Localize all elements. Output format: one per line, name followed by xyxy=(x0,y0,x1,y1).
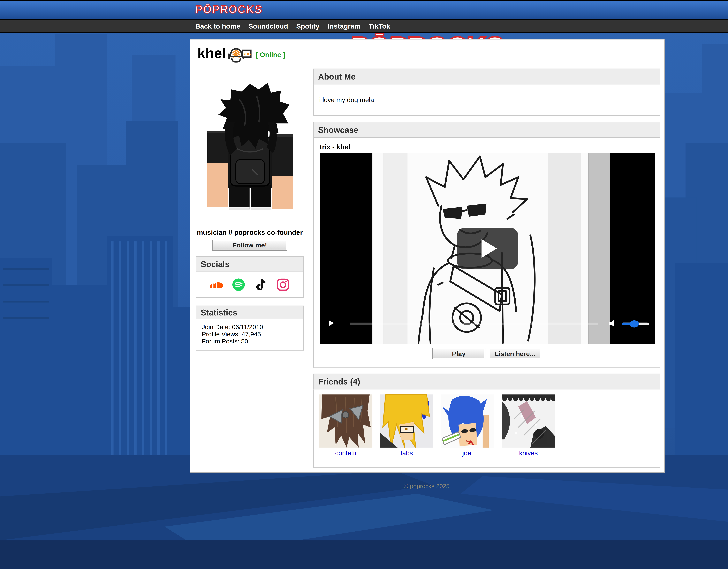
instagram-icon[interactable] xyxy=(277,278,290,291)
listen-here-button[interactable]: Listen here... xyxy=(489,348,541,359)
friend-link-knives[interactable]: knives xyxy=(519,449,538,457)
soundcloud-icon[interactable] xyxy=(210,278,223,291)
follow-button[interactable]: Follow me! xyxy=(212,240,287,251)
about-text: i love my dog mela xyxy=(313,84,660,116)
friends-body: confetti f xyxy=(313,389,660,468)
socials-icons-row xyxy=(196,272,304,298)
footer-copyright: © poprocks 2025 xyxy=(0,483,728,489)
player-volume-slider[interactable] xyxy=(622,323,649,325)
friend-link-confetti[interactable]: confetti xyxy=(335,449,356,457)
about-header: About Me xyxy=(313,69,660,84)
tiktok-icon[interactable] xyxy=(254,278,267,291)
nav-soundcloud[interactable]: Soundcloud xyxy=(248,22,288,30)
stat-profile-views: Profile Views: 47,945 xyxy=(202,331,303,338)
friends-box: Friends (4) xyxy=(313,374,660,468)
profile-container: khel OBC [ Online ] xyxy=(190,39,665,473)
video-gray-band xyxy=(589,153,610,344)
showcase-header: Showcase xyxy=(313,122,660,138)
page-title-username: khel xyxy=(197,45,226,61)
nav-instagram[interactable]: Instagram xyxy=(328,22,361,30)
showcase-body: trix - khel xyxy=(313,138,660,367)
volume-knob[interactable] xyxy=(630,320,639,328)
video-buttons-row: Play Listen here... xyxy=(320,348,654,359)
nav-bar: Back to home Soundcloud Spotify Instagra… xyxy=(0,19,728,33)
about-box: About Me i love my dog mela xyxy=(313,69,660,116)
showcase-video-player[interactable] xyxy=(320,153,655,344)
socials-header: Socials xyxy=(196,256,304,272)
player-play-icon[interactable] xyxy=(329,320,334,326)
nav-spotify[interactable]: Spotify xyxy=(296,22,320,30)
friend-avatar-fabs[interactable] xyxy=(380,394,433,448)
stat-forum-posts: Forum Posts: 50 xyxy=(202,338,303,345)
status-badge-online: [ Online ] xyxy=(256,51,285,59)
track-title: trix - khel xyxy=(320,144,654,151)
nav-back-to-home[interactable]: Back to home xyxy=(195,22,240,30)
friend-card-knives: knives xyxy=(502,394,555,457)
obc-mic-badge-icon: OBC xyxy=(227,47,252,62)
play-button[interactable]: Play xyxy=(432,348,485,359)
play-icon xyxy=(481,239,496,258)
friends-header: Friends (4) xyxy=(313,374,660,389)
left-column: musician // poprocks co-founder Follow m… xyxy=(196,68,304,351)
spotify-icon[interactable] xyxy=(232,278,245,291)
friend-card-confetti: confetti xyxy=(319,394,372,457)
friend-link-fabs[interactable]: fabs xyxy=(400,449,413,457)
title-divider xyxy=(196,65,659,65)
friends-row: confetti f xyxy=(319,394,660,457)
statistics-box: Statistics Join Date: 06/11/2010 Profile… xyxy=(196,306,304,351)
statistics-body: Join Date: 06/11/2010 Profile Views: 47,… xyxy=(196,319,304,351)
showcase-box: Showcase trix - khel xyxy=(313,122,660,367)
profile-avatar-image xyxy=(206,83,294,212)
obc-badge-label: OBC xyxy=(242,52,251,56)
friend-card-fabs: fabs xyxy=(380,394,433,457)
site-header: PŌPROCKS xyxy=(0,0,728,19)
friend-avatar-knives[interactable] xyxy=(502,394,555,448)
statistics-header: Statistics xyxy=(196,306,304,319)
friend-avatar-confetti[interactable] xyxy=(319,394,372,448)
right-column: About Me i love my dog mela Showcase tri… xyxy=(313,69,660,468)
friend-link-joei[interactable]: joei xyxy=(462,449,473,457)
nav-tiktok[interactable]: TikTok xyxy=(369,22,390,30)
site-logo[interactable]: PŌPROCKS xyxy=(195,3,263,16)
page: PŌPROCKS PŌPROCKS Back to home Soundclou… xyxy=(0,0,728,569)
friend-avatar-joei[interactable] xyxy=(441,394,494,448)
stat-join-date: Join Date: 06/11/2010 xyxy=(202,324,303,331)
friend-card-joei: joei xyxy=(441,394,494,457)
player-progress-bar[interactable] xyxy=(350,323,598,325)
profile-tagline: musician // poprocks co-founder xyxy=(197,229,303,237)
socials-box: Socials xyxy=(196,256,304,298)
player-volume-icon[interactable] xyxy=(609,320,616,327)
video-play-overlay-button[interactable] xyxy=(457,228,518,269)
